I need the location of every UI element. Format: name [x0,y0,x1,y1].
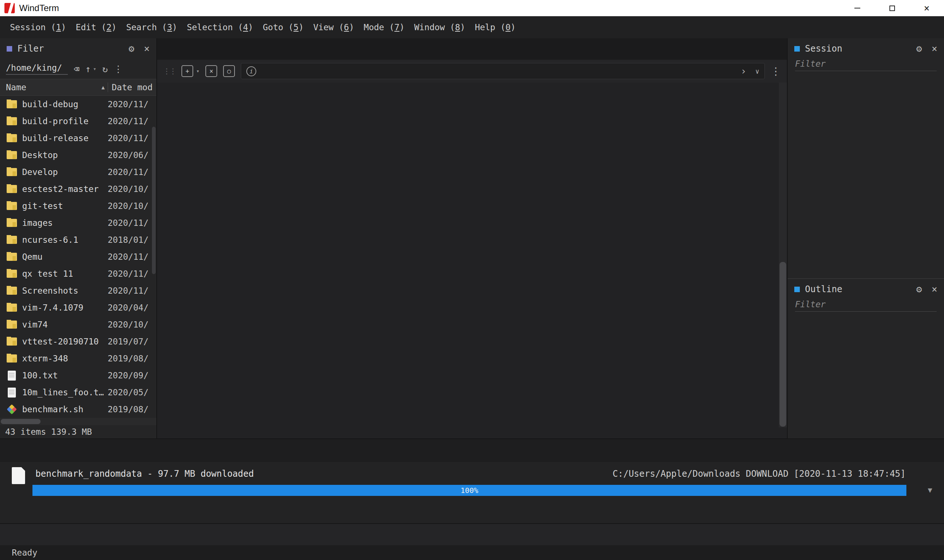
file-row[interactable]: build-profile2020/11/ [0,113,156,130]
terminal-toolbar: ⋮⋮ + ▾ × ○ i › ∨ ⋮ [157,60,787,83]
file-row[interactable]: Qemu2020/11/ [0,248,156,265]
close-button[interactable]: × [909,0,944,16]
menu-item-search[interactable]: Search (3) [121,23,182,32]
outline-settings-gear-icon[interactable]: ⚙ [916,284,922,295]
file-date: 2020/06/ [108,150,156,160]
folder-icon [7,185,17,193]
file-row[interactable]: Desktop2020/06/ [0,147,156,163]
terminal-scrollbar[interactable] [779,83,787,428]
menu-item-session[interactable]: Session (1) [5,23,71,32]
menu-item-selection[interactable]: Selection (4) [182,23,258,32]
file-row[interactable]: 10m_lines_foo.t…2020/05/ [0,384,156,401]
clear-path-icon[interactable]: ⌫ [74,64,79,74]
clone-tab-icon[interactable]: ○ [223,65,235,77]
session-tree [788,76,944,278]
file-name: build-profile [22,117,88,126]
status-ready: Ready [12,548,37,557]
filer-panel-icon [7,46,12,52]
filer-status-text: 43 items 139.3 MB [0,425,156,438]
session-settings-gear-icon[interactable]: ⚙ [916,43,922,54]
breadcrumb[interactable]: i › ∨ [241,63,765,79]
file-row[interactable]: Develop2020/11/ [0,163,156,180]
session-filter-input[interactable] [795,59,936,71]
folder-icon [7,134,17,142]
file-row[interactable]: build-debug2020/11/ [0,96,156,113]
file-name: git-test [22,201,63,211]
file-row[interactable]: xterm-3482019/08/ [0,350,156,367]
file-row[interactable]: git-test2020/10/ [0,197,156,214]
filer-path-input[interactable] [6,63,68,75]
file-row[interactable]: Screenshots2020/11/ [0,282,156,299]
terminal-tab-bar [157,38,787,60]
file-date: 2019/08/ [108,405,156,414]
close-tab-icon[interactable]: × [205,65,217,77]
file-row[interactable]: qx_test_112020/11/ [0,265,156,282]
outline-close-icon[interactable]: × [932,284,937,295]
maximize-button[interactable] [875,0,909,16]
file-row[interactable]: vttest-201907102019/07/ [0,333,156,350]
filer-menu-icon[interactable]: ⋮ [114,64,123,74]
file-date: 2020/10/ [108,320,156,329]
menu-item-goto[interactable]: Goto (5) [258,23,308,32]
file-row[interactable]: 100.txt2020/09/ [0,367,156,384]
file-date: 2020/11/ [108,133,156,143]
file-row[interactable]: build-release2020/11/ [0,130,156,147]
filer-horizontal-scrollbar[interactable] [0,418,156,425]
outline-filter-input[interactable] [795,300,936,312]
up-directory-icon[interactable]: ↑ [85,64,91,74]
file-row[interactable]: benchmark.sh2019/08/ [0,401,156,418]
minimize-icon [855,8,860,8]
column-header-date[interactable]: Date mod [108,83,156,92]
file-name: Screenshots [22,286,78,295]
terminal-output[interactable] [157,83,779,428]
terminal-scrollbar-thumb[interactable] [779,262,786,427]
minimize-button[interactable] [840,0,875,16]
menu-item-edit[interactable]: Edit (2) [71,23,121,32]
file-row[interactable]: images2020/11/ [0,214,156,231]
maximize-icon [889,6,895,11]
transfer-file-icon [12,467,25,484]
file-date: 2018/01/ [108,235,156,245]
file-row[interactable]: vim-7.4.10792020/04/ [0,299,156,316]
file-list: build-debug2020/11/build-profile2020/11/… [0,96,156,418]
terminal-area: ⋮⋮ + ▾ × ○ i › ∨ ⋮ [157,38,787,438]
column-header-name[interactable]: Name ▲ [0,83,108,92]
filer-panel: Filer ⚙ × ⌫ ↑ ▾ ↻ ⋮ Name ▲ Date mod buil… [0,38,157,438]
session-close-icon[interactable]: × [932,43,937,54]
outline-list [788,317,944,438]
drag-handle-icon[interactable]: ⋮⋮ [163,67,176,75]
file-row[interactable]: ncurses-6.12018/01/ [0,231,156,248]
right-sidebar: Session ⚙ × Outline ⚙ × [787,38,944,438]
breadcrumb-dropdown-icon[interactable]: ∨ [755,68,759,75]
menu-item-view[interactable]: View (6) [308,23,359,32]
filer-vertical-scrollbar[interactable] [152,127,156,274]
outline-panel: Outline ⚙ × [788,278,944,438]
file-date: 2020/11/ [108,218,156,228]
filer-close-icon[interactable]: × [144,43,150,54]
folder-icon [7,270,17,278]
menu-item-window[interactable]: Window (8) [409,23,470,32]
menu-item-mode[interactable]: Mode (7) [359,23,409,32]
run-command-icon[interactable]: › [741,66,747,77]
folder-icon [7,219,17,227]
file-row[interactable]: vim742020/10/ [0,316,156,333]
new-tab-dropdown-icon[interactable]: ▾ [196,68,199,74]
file-date: 2020/11/ [108,100,156,109]
file-name: vim74 [22,320,48,329]
filer-settings-gear-icon[interactable]: ⚙ [129,43,134,54]
folder-icon [7,202,17,210]
menu-item-help[interactable]: Help (0) [470,23,521,32]
terminal-menu-icon[interactable]: ⋮ [771,65,781,77]
file-date: 2020/11/ [108,117,156,126]
file-name: 100.txt [22,371,58,380]
file-name: Develop [22,167,58,177]
transfer-dropdown-icon[interactable]: ▼ [928,486,932,494]
info-icon[interactable]: i [246,66,256,76]
file-row[interactable]: esctest2-master2020/10/ [0,180,156,197]
new-tab-icon[interactable]: + [181,65,193,77]
refresh-icon[interactable]: ↻ [102,64,108,74]
filer-panel-title: Filer [17,43,44,54]
file-name: Qemu [22,252,42,262]
up-directory-dropdown-icon[interactable]: ▾ [93,66,96,72]
file-name: build-release [22,133,88,143]
